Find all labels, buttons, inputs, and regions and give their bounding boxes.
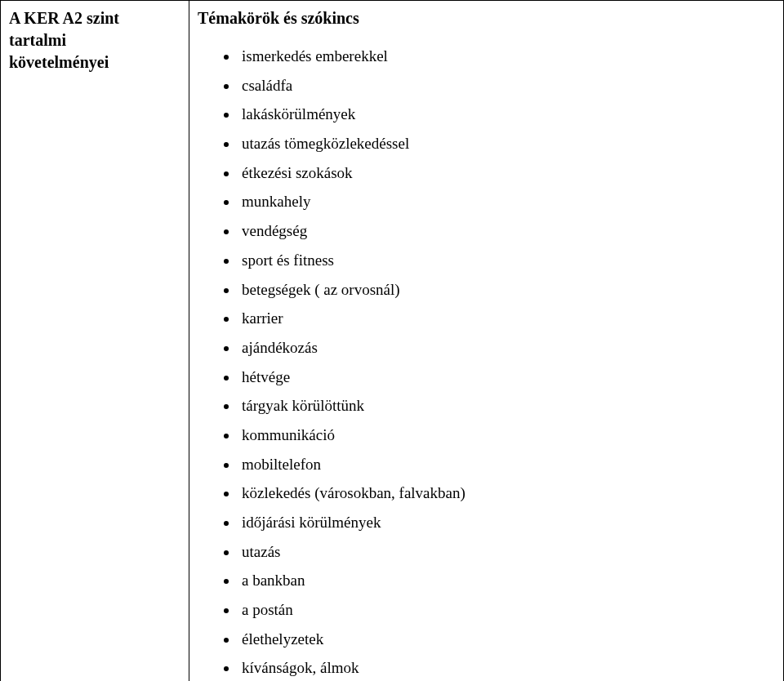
left-cell: A KER A2 szint tartalmi követelményei [1,1,189,682]
topic-item: étkezési szokások [238,159,775,189]
topic-item: betegségek ( az orvosnál) [238,276,775,305]
section-heading: Témakörök és szókincs [198,9,775,28]
topic-item: ismerkedés emberekkel [238,42,775,72]
topic-list: ismerkedés emberekkelcsaládfalakáskörülm… [238,42,775,681]
topic-item: kívánságok, álmok [238,654,775,681]
topic-item: karrier [238,305,775,334]
right-cell: Témakörök és szókincs ismerkedés emberek… [189,1,784,682]
topic-item: időjárási körülmények [238,509,775,538]
topic-item: vendégség [238,217,775,247]
topic-item: utazás tömegközlekedéssel [238,130,775,159]
topic-item: munkahely [238,188,775,217]
topic-item: tárgyak körülöttünk [238,392,775,421]
left-title-line2: tartalmi [9,31,66,49]
topic-item: hétvége [238,363,775,393]
left-title: A KER A2 szint tartalmi követelményei [9,7,180,73]
topic-item: családfa [238,72,775,101]
topic-item: ajándékozás [238,334,775,363]
topic-item: mobiltelefon [238,451,775,480]
topic-item: sport és fitness [238,247,775,276]
topic-item: a bankban [238,567,775,596]
topic-item: élethelyzetek [238,625,775,655]
content-table: A KER A2 szint tartalmi követelményei Té… [0,0,784,681]
document-page: A KER A2 szint tartalmi követelményei Té… [0,0,784,681]
topic-item: utazás [238,538,775,568]
left-title-line1: A KER A2 szint [9,9,119,27]
topic-item: kommunikáció [238,421,775,451]
left-title-line3: követelményei [9,53,109,71]
topic-item: közlekedés (városokban, falvakban) [238,479,775,509]
topic-item: lakáskörülmények [238,100,775,130]
topic-item: a postán [238,596,775,625]
